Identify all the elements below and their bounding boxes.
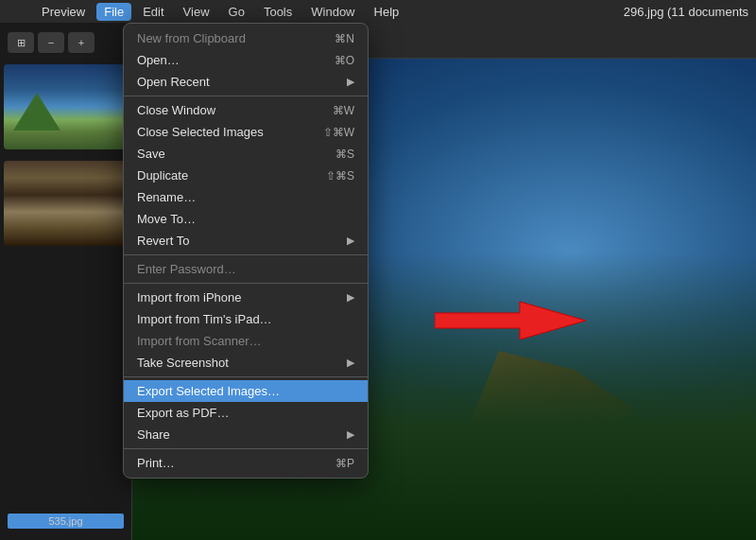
thumbnail-1[interactable] xyxy=(4,64,125,149)
menu-item-rename[interactable]: Rename… xyxy=(124,186,368,208)
menu-label-import-ipad: Import from Tim's iPad… xyxy=(137,312,272,326)
menubar-go[interactable]: Go xyxy=(221,3,252,21)
thumbnail-2[interactable] xyxy=(4,161,125,246)
menu-label-revert-to: Revert To xyxy=(137,234,189,248)
menubar-file[interactable]: File xyxy=(96,3,131,21)
zoom-out-button[interactable]: − xyxy=(38,32,64,53)
menu-separator-3 xyxy=(124,96,368,96)
menu-shortcut-print: ⌘P xyxy=(335,457,354,470)
filename-label: 535.jpg xyxy=(8,514,124,529)
menu-label-take-screenshot: Take Screenshot xyxy=(137,356,229,370)
menu-label-new-clipboard: New from Clipboard xyxy=(137,31,246,45)
menu-arrow-take-screenshot: ▶ xyxy=(347,357,354,369)
menu-shortcut-close-selected: ⇧⌘W xyxy=(323,126,354,139)
menubar-edit[interactable]: Edit xyxy=(135,3,171,21)
menu-label-export-pdf: Export as PDF… xyxy=(137,406,230,420)
menu-separator-11 xyxy=(124,254,368,255)
menubar-view[interactable]: View xyxy=(176,3,217,21)
menu-item-take-screenshot[interactable]: Take Screenshot▶ xyxy=(124,352,368,374)
menu-label-rename: Rename… xyxy=(137,190,196,204)
menu-arrow-import-iphone: ▶ xyxy=(347,291,354,304)
menu-item-close-window[interactable]: Close Window⌘W xyxy=(124,99,368,121)
app-area: ⊞ − + 535.jpg xyxy=(0,23,756,540)
menu-item-enter-password: Enter Password… xyxy=(124,258,368,280)
sidebar: ⊞ − + 535.jpg xyxy=(0,23,132,540)
menu-item-open-recent[interactable]: Open Recent▶ xyxy=(124,71,368,93)
menu-label-open-recent: Open Recent xyxy=(137,75,210,89)
menu-item-print[interactable]: Print…⌘P xyxy=(124,452,368,474)
zoom-in-button[interactable]: + xyxy=(68,32,94,53)
menu-label-move-to: Move To… xyxy=(137,212,196,226)
menu-label-import-iphone: Import from iPhone xyxy=(137,290,242,305)
menu-item-import-iphone[interactable]: Import from iPhone▶ xyxy=(124,287,368,308)
menu-label-export-selected: Export Selected Images… xyxy=(137,384,280,398)
menubar: Preview File Edit View Go Tools Window H… xyxy=(0,0,756,23)
menu-separator-22 xyxy=(124,448,368,449)
thumbnail-image-1 xyxy=(4,64,125,149)
menubar-tools[interactable]: Tools xyxy=(256,3,300,21)
menu-item-new-clipboard: New from Clipboard⌘N xyxy=(124,27,368,49)
menu-label-import-scanner: Import from Scanner… xyxy=(137,334,262,348)
menu-shortcut-close-window: ⌘W xyxy=(333,104,354,117)
sidebar-toolbar: ⊞ − + xyxy=(4,30,128,55)
thumbnail-image-2 xyxy=(4,161,125,246)
file-dropdown-menu: New from Clipboard⌘NOpen…⌘OOpen Recent▶C… xyxy=(123,23,369,479)
menu-item-revert-to[interactable]: Revert To▶ xyxy=(124,230,368,252)
menu-shortcut-duplicate: ⇧⌘S xyxy=(326,169,354,183)
menu-arrow-share: ▶ xyxy=(347,428,354,441)
menu-label-enter-password: Enter Password… xyxy=(137,262,236,276)
menu-label-save: Save xyxy=(137,147,165,161)
menubar-title: 296.jpg (11 documents xyxy=(624,5,748,19)
svg-marker-0 xyxy=(435,302,586,340)
red-arrow xyxy=(435,297,586,344)
menu-shortcut-open: ⌘O xyxy=(335,54,354,67)
menu-item-export-selected[interactable]: Export Selected Images… xyxy=(124,380,368,402)
menu-separator-13 xyxy=(124,283,368,284)
menu-label-close-selected: Close Selected Images xyxy=(137,125,264,139)
menubar-window[interactable]: Window xyxy=(303,3,362,21)
menu-label-share: Share xyxy=(137,427,170,442)
menu-item-move-to[interactable]: Move To… xyxy=(124,208,368,230)
menu-arrow-revert-to: ▶ xyxy=(347,235,354,247)
menu-label-open: Open… xyxy=(137,53,180,67)
menubar-help[interactable]: Help xyxy=(367,3,407,21)
menu-item-import-scanner: Import from Scanner… xyxy=(124,330,368,352)
menu-shortcut-save: ⌘S xyxy=(335,148,354,161)
menu-item-open[interactable]: Open…⌘O xyxy=(124,49,368,71)
menu-item-export-pdf[interactable]: Export as PDF… xyxy=(124,402,368,424)
menu-arrow-open-recent: ▶ xyxy=(347,76,354,88)
menu-item-duplicate[interactable]: Duplicate⇧⌘S xyxy=(124,165,368,186)
menu-label-print: Print… xyxy=(137,456,175,470)
menu-separator-18 xyxy=(124,376,368,377)
menu-shortcut-new-clipboard: ⌘N xyxy=(335,32,354,45)
menu-item-share[interactable]: Share▶ xyxy=(124,424,368,445)
menu-item-import-ipad[interactable]: Import from Tim's iPad… xyxy=(124,308,368,330)
menu-label-close-window: Close Window xyxy=(137,103,215,117)
menu-item-close-selected[interactable]: Close Selected Images⇧⌘W xyxy=(124,121,368,143)
menubar-preview[interactable]: Preview xyxy=(34,3,93,21)
view-mode-button[interactable]: ⊞ xyxy=(8,32,34,53)
menu-item-save[interactable]: Save⌘S xyxy=(124,143,368,165)
menu-label-duplicate: Duplicate xyxy=(137,168,188,183)
